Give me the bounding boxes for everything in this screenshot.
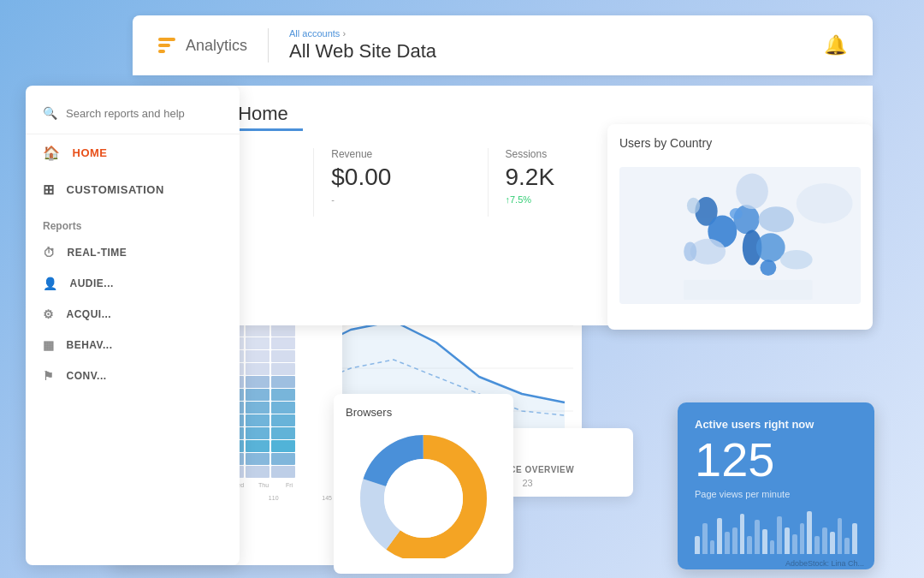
active-bar	[792, 534, 797, 554]
heatmap-cell	[271, 376, 295, 388]
map-title: Users by Country	[619, 136, 861, 150]
svg-point-20	[797, 183, 853, 223]
search-input[interactable]	[66, 107, 222, 120]
active-bar	[740, 514, 745, 554]
conversions-icon: ⚑	[43, 369, 55, 383]
heatmap-cell	[246, 402, 270, 414]
heatmap-cell	[271, 363, 295, 375]
heatmap-cell	[271, 440, 295, 452]
active-bar	[822, 527, 827, 554]
active-bar	[807, 511, 812, 554]
svg-point-23	[687, 198, 700, 214]
svg-point-15	[736, 174, 768, 209]
active-bar	[762, 529, 767, 554]
heatmap-cell	[246, 389, 270, 401]
analytics-home-title: Analytics Home	[157, 103, 852, 125]
sidebar-item-realtime[interactable]: ⏱ REAL-TIME	[26, 237, 240, 268]
site-info: All accounts › All Web Site Data	[289, 28, 824, 63]
active-bar	[852, 523, 857, 554]
heatmap-cell	[246, 453, 270, 465]
heatmap-cell	[271, 350, 295, 362]
audience-num-3: 23	[523, 478, 533, 488]
heatmap-col	[246, 325, 270, 479]
search-icon: 🔍	[43, 106, 57, 120]
active-bar	[814, 536, 820, 554]
heatmap-cell	[271, 453, 295, 465]
heatmap-cell	[246, 427, 270, 439]
heatmap-cell	[246, 440, 270, 452]
active-bar	[725, 532, 730, 554]
acquisition-icon: ⚙	[43, 307, 55, 321]
active-users-bars	[695, 511, 857, 554]
analytics-logo-icon	[158, 38, 175, 53]
map-panel: Users by Country	[607, 124, 873, 330]
logo-area: Analytics	[158, 37, 247, 55]
customisation-icon: ⊞	[43, 182, 55, 198]
browsers-title: Browsers	[346, 406, 392, 419]
svg-point-14	[730, 208, 743, 219]
active-bar	[785, 527, 790, 554]
active-users-panel: Active users right now 125 Page views pe…	[678, 402, 874, 569]
sidebar-item-home[interactable]: 🏠 HOME	[26, 134, 240, 171]
active-bar	[755, 520, 760, 554]
reports-section-label: Reports	[26, 208, 240, 237]
sidebar-audience-label: AUDIE...	[70, 277, 114, 289]
heatmap-cell	[271, 427, 295, 439]
divider	[268, 28, 269, 63]
active-bar	[844, 538, 850, 554]
svg-rect-21	[684, 280, 812, 301]
heatmap-cell	[246, 363, 270, 375]
active-users-sub: Page views per minute	[695, 489, 857, 499]
search-area[interactable]: 🔍	[26, 99, 240, 134]
sidebar-item-acquisition[interactable]: ⚙ ACQUI...	[26, 299, 240, 330]
sidebar-behavior-label: BEHAV...	[67, 339, 113, 351]
heatmap-cell	[246, 376, 270, 388]
heatmap-cell	[246, 466, 270, 478]
heatmap-cell	[271, 337, 295, 349]
heatmap-cell	[246, 337, 270, 349]
top-bar: Analytics All accounts › All Web Site Da…	[133, 15, 873, 75]
active-bar	[770, 540, 775, 554]
sidebar-item-customisation[interactable]: ⊞ CUSTOMISATION	[26, 171, 240, 208]
svg-point-19	[780, 250, 813, 270]
sidebar-item-audience[interactable]: 👤 AUDIE...	[26, 268, 240, 299]
active-bar	[710, 540, 715, 554]
heatmap-cell	[246, 325, 270, 337]
heatmap-cell	[271, 466, 295, 478]
map-svg	[619, 158, 861, 313]
realtime-icon: ⏱	[43, 246, 56, 259]
active-users-count: 125	[695, 436, 857, 484]
stat-revenue-value: $0.00	[331, 164, 470, 191]
app-title: Analytics	[186, 37, 247, 55]
stat-revenue-change: -	[331, 194, 470, 205]
audience-icon: 👤	[43, 277, 58, 290]
sidebar-item-behavior[interactable]: ▦ BEHAV...	[26, 330, 240, 361]
stat-revenue-label: Revenue	[331, 148, 470, 160]
behavior-icon: ▦	[43, 338, 55, 352]
active-bar	[800, 523, 805, 554]
active-bar	[777, 516, 782, 554]
active-users-title: Active users right now	[695, 418, 857, 431]
site-title: All Web Site Data	[289, 40, 824, 63]
svg-point-22	[684, 242, 696, 262]
heatmap-col	[271, 325, 295, 479]
svg-point-16	[759, 206, 794, 232]
sidebar: 🔍 🏠 HOME ⊞ CUSTOMISATION Reports ⏱ REAL-…	[26, 86, 240, 565]
sidebar-item-conversions[interactable]: ⚑ CONV...	[26, 361, 240, 391]
breadcrumb: All accounts ›	[289, 28, 824, 39]
svg-point-28	[384, 459, 463, 538]
heatmap-cell	[246, 350, 270, 362]
stat-revenue: Revenue $0.00 -	[331, 148, 488, 217]
active-bar	[747, 536, 752, 554]
heatmap-cell	[246, 414, 270, 426]
active-bar	[702, 523, 708, 554]
browsers-donut-chart	[351, 426, 496, 558]
sidebar-realtime-label: REAL-TIME	[68, 247, 127, 259]
heatmap-cell	[271, 389, 295, 401]
active-bar	[717, 518, 722, 554]
active-bar	[830, 532, 835, 554]
home-icon: 🏠	[43, 145, 61, 161]
notifications-icon[interactable]: 🔔	[824, 34, 847, 57]
active-bar	[695, 536, 700, 554]
sidebar-item-home-label: HOME	[73, 146, 108, 159]
